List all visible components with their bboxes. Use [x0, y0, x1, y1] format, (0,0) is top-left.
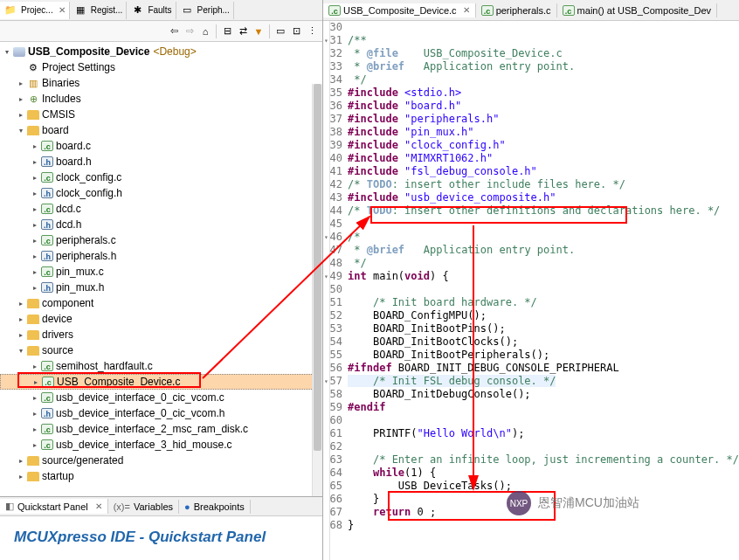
editor-tab-0[interactable]: .cUSB_Composite_Device.c✕ [323, 3, 476, 17]
fold-marker[interactable]: ▾ [323, 34, 329, 47]
code-line[interactable]: #include "peripherals.h" [348, 113, 739, 126]
editor-tab-2[interactable]: .cmain() at USB_Composite_Dev [557, 3, 717, 17]
fold-marker[interactable]: ▾ [323, 270, 329, 283]
code-editor[interactable]: ▾▾▾▾ 30313233343536373839404142434445464… [323, 21, 739, 560]
tree-item-component[interactable]: ▸component [0, 295, 322, 311]
expand-toggle[interactable]: ▸ [30, 268, 40, 276]
expand-toggle[interactable]: ▸ [30, 221, 40, 229]
code-line[interactable]: BOARD_InitDebugConsole(); [348, 388, 739, 401]
code-area[interactable]: /** * @file USB_Composite_Device.c * @br… [348, 21, 739, 560]
code-line[interactable]: /* TODO: insert other include files here… [348, 178, 739, 191]
expand-toggle[interactable]: ▸ [30, 284, 40, 292]
expand-toggle[interactable]: ▸ [16, 80, 26, 87]
close-icon[interactable]: ✕ [95, 501, 102, 511]
code-line[interactable]: #include "pin_mux.h" [348, 126, 739, 139]
expand-toggle[interactable]: ▸ [16, 473, 26, 480]
filter-icon[interactable]: ▼ [252, 24, 266, 38]
code-line[interactable]: /* TODO: insert other definitions and de… [348, 204, 739, 218]
code-line[interactable]: } [348, 519, 739, 532]
code-line[interactable] [348, 283, 739, 296]
expand-toggle[interactable]: ▾ [16, 127, 26, 135]
code-line[interactable]: BOARD_ConfigMPU(); [348, 309, 739, 322]
project-root[interactable]: ▾ USB_Composite_Device <Debug> [0, 44, 322, 59]
left-tab-1[interactable]: ▦Regist... [70, 2, 128, 19]
collapse-all-icon[interactable]: ⊟ [220, 24, 234, 38]
expand-toggle[interactable]: ▸ [30, 441, 40, 449]
code-line[interactable]: /** [348, 34, 739, 47]
expand-toggle[interactable]: ▸ [30, 205, 40, 213]
left-tab-0[interactable]: 📁Projec...✕ [0, 2, 70, 19]
tree-item-peripherals-c[interactable]: ▸.cperipherals.c [0, 232, 322, 248]
link-editor-icon[interactable]: ⇄ [236, 24, 250, 38]
fold-marker[interactable]: ▾ [323, 231, 329, 244]
tree-item-board-c[interactable]: ▸.cboard.c [0, 138, 322, 154]
expand-toggle[interactable]: ▸ [16, 95, 26, 103]
expand-toggle[interactable]: ▸ [30, 394, 40, 402]
expand-toggle[interactable]: ▸ [16, 111, 26, 119]
focus-icon[interactable]: ▭ [273, 24, 287, 38]
expand-toggle[interactable]: ▸ [30, 410, 40, 418]
code-line[interactable]: #include <stdio.h> [348, 86, 739, 100]
left-tab-3[interactable]: ▭Periph... [176, 2, 234, 19]
tree-item-clock-config-h[interactable]: ▸.hclock_config.h [0, 185, 322, 201]
tree-item-board[interactable]: ▾board [0, 122, 322, 138]
code-line[interactable]: * @file USB_Composite_Device.c [348, 47, 739, 60]
code-line[interactable]: /* [348, 231, 739, 244]
expand-toggle[interactable]: ▸ [16, 300, 26, 308]
code-line[interactable]: #include "usb_device_composite.h" [348, 191, 739, 204]
code-line[interactable]: #endif [348, 401, 739, 414]
code-line[interactable]: BOARD_InitBootPeripherals(); [348, 349, 739, 362]
view-menu-icon[interactable]: ⋮ [305, 24, 319, 38]
tree-item-dcd-h[interactable]: ▸.hdcd.h [0, 217, 322, 232]
fwd-icon[interactable]: ⇨ [183, 24, 197, 38]
tree-item-drivers[interactable]: ▸drivers [0, 327, 322, 342]
tree-item-clock-config-c[interactable]: ▸.cclock_config.c [0, 169, 322, 185]
expand-toggle[interactable]: ▸ [30, 237, 40, 245]
fold-marker[interactable]: ▾ [323, 375, 329, 388]
code-line[interactable] [348, 21, 739, 34]
tree-item-source[interactable]: ▾source [0, 342, 322, 358]
tree-item-semihost-hardfault-c[interactable]: ▸.csemihost_hardfault.c [0, 358, 322, 374]
code-line[interactable]: * @brief Application entry point. [348, 60, 739, 73]
bottom-tab-quickstart-panel[interactable]: ◧Quickstart Panel✕ [0, 499, 108, 514]
code-line[interactable]: #include "fsl_debug_console.h" [348, 165, 739, 178]
code-line[interactable]: return 0 ; [348, 506, 739, 519]
min-icon[interactable]: ⊡ [289, 24, 303, 38]
tree-item-usb-device-interface-0-cic-vcom-c[interactable]: ▸.cusb_device_interface_0_cic_vcom.c [0, 390, 322, 405]
expand-toggle[interactable]: ▾ [16, 347, 26, 355]
close-icon[interactable]: ✕ [463, 5, 470, 15]
expand-toggle[interactable]: ▾ [2, 48, 12, 56]
code-line[interactable]: PRINTF("Hello World\n"); [348, 427, 739, 440]
code-line[interactable]: /* Enter an infinite loop, just incremen… [348, 453, 739, 467]
tree-item-usb-composite-device-c[interactable]: ▸.cUSB_Composite_Device.c [0, 374, 322, 390]
code-line[interactable]: USB_DeviceTasks(); [348, 480, 739, 493]
tree-item-usb-device-interface-0-cic-vcom-h[interactable]: ▸.husb_device_interface_0_cic_vcom.h [0, 405, 322, 421]
expand-toggle[interactable]: ▸ [16, 331, 26, 339]
tree-scrollbar[interactable] [312, 84, 322, 496]
expand-toggle[interactable]: ▸ [30, 425, 40, 433]
expand-toggle[interactable]: ▸ [30, 252, 40, 260]
code-line[interactable]: /* Init FSL debug console. */ [348, 375, 739, 388]
code-line[interactable]: #include "MIMXRT1062.h" [348, 152, 739, 165]
expand-toggle[interactable]: ▸ [30, 190, 40, 197]
expand-toggle[interactable]: ▸ [30, 158, 40, 166]
tree-item-binaries[interactable]: ▸▥Binaries [0, 75, 322, 91]
tree-item-device[interactable]: ▸device [0, 311, 322, 327]
tree-item-board-h[interactable]: ▸.hboard.h [0, 154, 322, 169]
bottom-tab-breakpoints[interactable]: ●Breakpoints [179, 500, 251, 514]
back-icon[interactable]: ⇦ [167, 24, 181, 38]
code-line[interactable] [348, 414, 739, 427]
expand-toggle[interactable]: ▸ [16, 315, 26, 323]
code-line[interactable]: #include "clock_config.h" [348, 139, 739, 152]
tree-item-pin-mux-c[interactable]: ▸.cpin_mux.c [0, 264, 322, 280]
editor-tab-1[interactable]: .cperipherals.c [476, 3, 557, 17]
home-icon[interactable]: ⌂ [198, 24, 212, 38]
tree-item-includes[interactable]: ▸⊕Includes [0, 91, 322, 107]
bottom-tab-variables[interactable]: (x)=Variables [108, 500, 179, 514]
tree-item-usb-device-interface-3-hid-mouse-c[interactable]: ▸.cusb_device_interface_3_hid_mouse.c [0, 437, 322, 453]
expand-toggle[interactable]: ▸ [16, 457, 26, 465]
expand-toggle[interactable]: ▸ [31, 378, 41, 386]
code-line[interactable]: BOARD_InitBootClocks(); [348, 335, 739, 349]
tree-item-pin-mux-h[interactable]: ▸.hpin_mux.h [0, 280, 322, 295]
code-line[interactable]: BOARD_InitBootPins(); [348, 322, 739, 335]
